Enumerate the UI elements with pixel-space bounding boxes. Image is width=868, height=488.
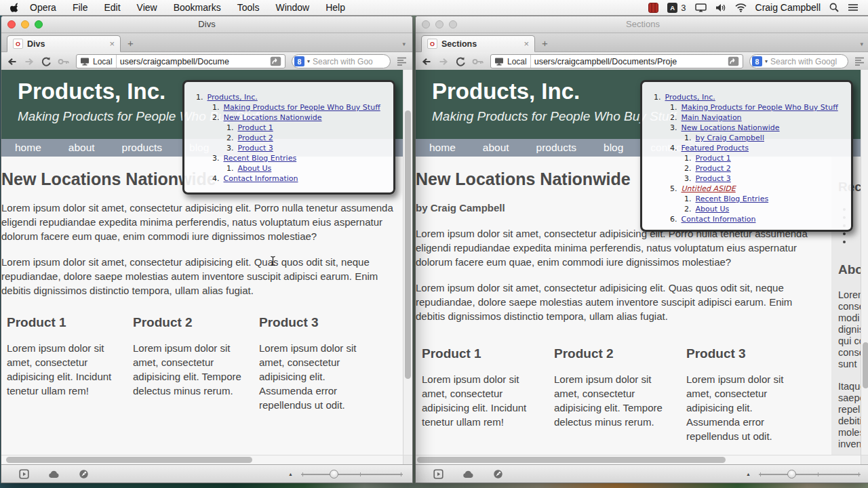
outline-link[interactable]: Product 2 [238, 133, 273, 143]
engine-dropdown-icon[interactable]: ▾ [307, 58, 310, 64]
search-input[interactable]: 8 ▾ Search with Goo [292, 54, 391, 68]
menu-item[interactable]: Opera [22, 0, 64, 15]
reading-list-icon[interactable] [397, 56, 407, 66]
outline-link[interactable]: Product 3 [696, 174, 731, 184]
screen-recorder-icon[interactable] [648, 3, 658, 13]
opera-turbo-compass-icon[interactable] [79, 469, 89, 479]
address-scope-label[interactable]: Local [507, 57, 527, 66]
outline-link[interactable]: Products, Inc. [665, 92, 715, 102]
notification-center-icon[interactable] [848, 3, 859, 12]
vertical-scrollbar[interactable] [861, 70, 868, 455]
url-text[interactable]: users/craigcampbell/Documents/Proje [534, 57, 724, 66]
horizontal-scrollbar-thumb[interactable] [417, 457, 726, 463]
opera-link-cloud-icon[interactable] [48, 470, 60, 479]
zoom-slider[interactable] [759, 469, 861, 479]
recent-entry-item[interactable] [849, 238, 861, 246]
address-bar[interactable]: Local users/craigcampbell/Docume [76, 54, 285, 68]
wifi-icon[interactable] [735, 3, 747, 12]
zoom-presets-icon[interactable]: ▲ [288, 472, 293, 476]
tab-list-chevron-icon[interactable]: ▾ [860, 41, 863, 47]
back-icon[interactable] [7, 56, 18, 67]
outline-link[interactable]: Making Products for People Who Buy Stuff [682, 102, 838, 113]
zoom-slider-knob[interactable] [787, 470, 796, 479]
outline-link[interactable]: Product 3 [238, 143, 273, 153]
opera-turbo-compass-icon[interactable] [493, 469, 503, 479]
zoom-slider[interactable] [301, 469, 403, 479]
nav-link[interactable]: home [15, 142, 41, 154]
search-input[interactable]: 8 ▾ Search with Googl [749, 54, 848, 68]
menu-item[interactable]: Help [317, 0, 353, 15]
outline-link[interactable]: Contact Information [224, 174, 298, 184]
reading-list-icon[interactable] [854, 56, 865, 66]
reload-icon[interactable] [41, 56, 52, 67]
vertical-scrollbar-thumb[interactable] [863, 342, 868, 388]
outline-link[interactable]: Featured Products [682, 143, 749, 153]
outline-link[interactable]: Product 1 [696, 153, 731, 163]
tab-sections[interactable]: O Sections × [421, 35, 535, 52]
forward-icon[interactable] [438, 56, 449, 67]
outline-link[interactable]: by Craig Campbell [696, 133, 764, 143]
outline-link[interactable]: Main Navigation [682, 113, 742, 123]
outline-link[interactable]: About Us [696, 204, 730, 214]
horizontal-scrollbar[interactable] [416, 455, 861, 464]
panels-toggle-icon[interactable] [433, 469, 443, 479]
menu-item[interactable]: Bookmarks [165, 0, 229, 15]
close-tab-icon[interactable]: × [524, 39, 529, 49]
engine-dropdown-icon[interactable]: ▾ [765, 58, 768, 64]
share-page-icon[interactable] [728, 56, 739, 66]
tab-divs[interactable]: O Divs × [7, 35, 121, 52]
menu-item[interactable]: Window [267, 0, 317, 15]
outline-link[interactable]: Products, Inc. [208, 92, 258, 102]
url-text[interactable]: users/craigcampbell/Docume [120, 57, 267, 66]
outline-link[interactable]: Product 1 [238, 123, 273, 133]
zoom-slider-knob[interactable] [330, 470, 338, 479]
user-menu[interactable]: Craig Campbell [755, 2, 821, 13]
forward-icon[interactable] [24, 56, 35, 67]
menu-item[interactable]: Tools [229, 0, 268, 15]
nav-link[interactable]: about [483, 142, 509, 154]
google-engine-icon[interactable]: 8 [752, 56, 762, 66]
share-page-icon[interactable] [270, 56, 281, 66]
vertical-scrollbar[interactable] [403, 70, 412, 455]
nav-link[interactable]: home [429, 142, 456, 154]
close-tab-icon[interactable]: × [109, 39, 115, 49]
google-engine-icon[interactable]: 8 [294, 56, 304, 66]
menu-item[interactable]: File [64, 0, 96, 15]
reload-icon[interactable] [455, 56, 466, 67]
new-tab-button[interactable]: + [127, 37, 134, 49]
panels-toggle-icon[interactable] [19, 469, 29, 479]
window-titlebar[interactable]: Divs [1, 16, 412, 33]
outline-link[interactable]: Contact Information [682, 214, 756, 224]
airplay-display-icon[interactable] [695, 3, 707, 12]
key-icon[interactable] [58, 57, 70, 66]
outline-link[interactable]: Product 2 [696, 163, 731, 174]
nav-link[interactable]: products [536, 142, 576, 154]
outline-link[interactable]: New Locations Nationwide [224, 113, 322, 123]
opera-link-cloud-icon[interactable] [462, 470, 474, 479]
vertical-scrollbar-thumb[interactable] [405, 110, 411, 379]
address-scope-label[interactable]: Local [93, 57, 113, 66]
recent-entry-item[interactable] [849, 230, 861, 238]
menu-item[interactable]: View [129, 0, 165, 15]
zoom-presets-icon[interactable]: ▲ [746, 472, 751, 476]
outline-link[interactable]: New Locations Nationwide [682, 123, 780, 133]
nav-link[interactable]: products [122, 142, 162, 154]
horizontal-scrollbar-thumb[interactable] [6, 457, 252, 463]
app-badge-icon[interactable]: A [667, 3, 677, 13]
back-icon[interactable] [421, 56, 432, 67]
nav-link[interactable]: about [68, 142, 95, 154]
horizontal-scrollbar[interactable] [1, 455, 403, 464]
nav-link[interactable]: blog [604, 142, 623, 154]
volume-icon[interactable] [715, 3, 726, 12]
outline-link[interactable]: About Us [238, 163, 272, 174]
window-titlebar[interactable]: Sections [416, 16, 868, 33]
menu-item[interactable]: Edit [96, 0, 128, 15]
new-tab-button[interactable]: + [542, 37, 548, 49]
outline-link[interactable]: Recent Blog Entries [224, 153, 297, 163]
spotlight-search-icon[interactable] [829, 3, 839, 12]
zoom-slider-track[interactable] [301, 474, 403, 475]
outline-link[interactable]: Making Products for People Who Buy Stuff [224, 102, 380, 113]
address-bar[interactable]: Local users/craigcampbell/Documents/Proj… [490, 54, 743, 68]
key-icon[interactable] [472, 57, 484, 66]
outline-link[interactable]: Untitled ASIDE [682, 184, 736, 194]
